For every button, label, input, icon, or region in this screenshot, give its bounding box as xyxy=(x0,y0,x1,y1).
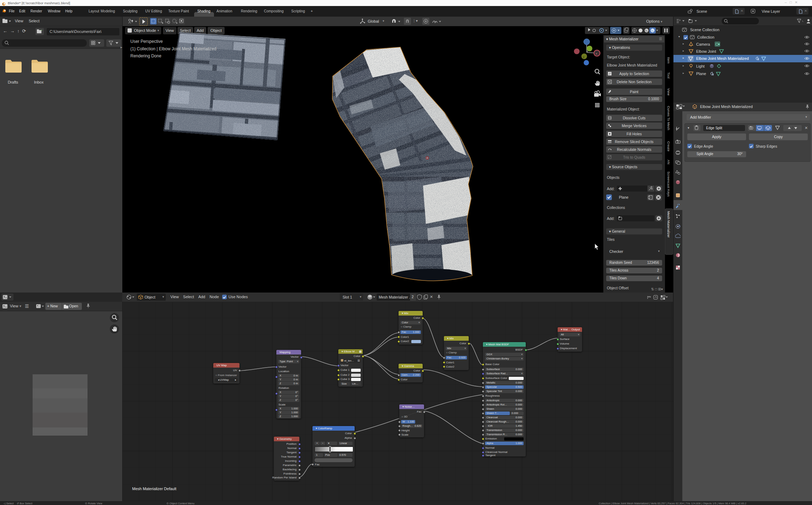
svg-text:x: x xyxy=(596,52,597,55)
svg-text:Screencast Keys: Screencast Keys xyxy=(667,171,671,197)
svg-text:AN: AN xyxy=(667,160,671,164)
svg-text:Mesh Materializer: Mesh Materializer xyxy=(667,211,671,238)
svg-text:Tool: Tool xyxy=(667,72,671,78)
svg-text:+: + xyxy=(41,29,43,32)
svg-text:Curves To Mesh: Curves To Mesh xyxy=(667,106,671,130)
svg-text:Item: Item xyxy=(667,57,671,64)
svg-text:Create: Create xyxy=(667,141,671,152)
svg-text:View: View xyxy=(667,88,671,96)
svg-text:y: y xyxy=(583,55,585,58)
